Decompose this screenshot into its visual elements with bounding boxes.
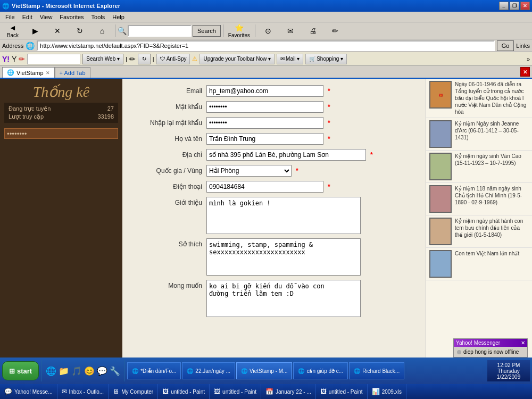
bottom-app-icon-3: 🖥 <box>113 388 119 395</box>
menu-tools[interactable]: Tools <box>88 13 109 21</box>
chat-quick-icon[interactable]: 💬 <box>97 366 107 376</box>
taskbar-bottom-app-4[interactable]: 🖼 untitled - Paint <box>158 384 210 399</box>
title-bar: 🌐 VietStamp - Microsoft Internet Explore… <box>0 0 532 12</box>
stamp-item-4[interactable]: Kỷ niệm 118 năm ngày sinh Chủ tịch Hồ Ch… <box>426 183 532 215</box>
mail-button[interactable]: ✉ <box>280 23 301 38</box>
phone-input[interactable] <box>206 181 323 193</box>
menu-file[interactable]: File <box>2 13 18 21</box>
bottom-app-icon-5: 🖼 <box>214 388 220 395</box>
sidebar-password-input[interactable] <box>4 128 118 139</box>
visits-label: Lượt truy cập <box>9 113 44 120</box>
menu-favorites[interactable]: Favorites <box>56 13 87 21</box>
links-button[interactable]: Links <box>516 43 530 49</box>
add-tab-button[interactable]: + Add Tab <box>55 67 90 78</box>
taskbar-bottom-app-5[interactable]: 🖼 untitled - Paint <box>210 384 261 399</box>
antispyware-button[interactable]: 🛡 Anti-Spy <box>156 54 190 64</box>
taskbar-bottom-app-8[interactable]: 📊 2009.xls <box>368 384 406 399</box>
search-input[interactable] <box>128 25 192 37</box>
go-button[interactable]: Go <box>497 40 514 51</box>
yahoo-search-button[interactable]: Search Web ▾ <box>82 54 123 64</box>
stamp-item-2[interactable]: Kỷ niệm Ngày sinh Jeanne d'Arc (06-01-14… <box>426 118 532 151</box>
taskbar-app-5[interactable]: 🌐 Richard Black... <box>349 362 404 379</box>
fullname-input[interactable] <box>206 133 323 145</box>
address-input[interactable] <box>206 149 366 161</box>
toolbar-separator-2 <box>223 24 223 37</box>
ie-quick-icon[interactable]: 🌐 <box>46 366 56 376</box>
tab-vietstamp[interactable]: 🌐 VietStamp ✕ <box>2 67 55 78</box>
messenger-title-bar: Yahoo! Messenger ✕ <box>454 339 527 347</box>
tab-label: VietStamp <box>16 70 44 76</box>
region-select[interactable]: Hải Phòng <box>206 165 292 177</box>
yahoo-more-icon[interactable]: » <box>527 56 530 62</box>
refresh-button[interactable]: ↻ <box>69 23 90 38</box>
history-icon: ⊙ <box>265 27 271 35</box>
taskbar-app-1[interactable]: 🌐 *Diễn đàn/Fo... <box>127 362 181 379</box>
minimize-button[interactable]: _ <box>499 2 509 10</box>
fullname-label: Họ và tên <box>133 135 202 143</box>
email-input[interactable] <box>206 85 323 97</box>
stop-button[interactable]: ✕ <box>47 23 68 38</box>
taskbar-bottom-app-6[interactable]: 📅 January 22 - ... <box>261 384 316 399</box>
yahoo-edit-icon[interactable]: ✏ <box>19 55 25 63</box>
shopping-button[interactable]: 🛒 Shopping ▾ <box>305 54 347 64</box>
main-content: Thống kê Đang trực tuyến 27 Lượt truy cậ… <box>0 79 532 377</box>
mail-toolbar-button[interactable]: ✉ Mail ▾ <box>277 54 303 64</box>
stamp-item-1[interactable]: 🇻🇳 Ngày 06-01-1946 đã diễn ra Tổng tuyển… <box>426 79 532 118</box>
close-all-tabs-button[interactable]: ✕ <box>520 67 530 77</box>
phone-row: Điện thoại * <box>133 181 415 193</box>
yahoo-search-input[interactable] <box>27 54 80 64</box>
yahoo-y-icon[interactable]: Y <box>12 55 16 63</box>
password-input[interactable] <box>206 101 323 113</box>
taskbar-app-2[interactable]: 🌐 22.Jan/ngày ... <box>182 362 235 379</box>
messenger-body: diep hong is now offline <box>454 347 527 357</box>
taskbar-running-apps: 🌐 *Diễn đàn/Fo... 🌐 22.Jan/ngày ... 🌐 Vi… <box>127 362 486 379</box>
wish-label: Mong muốn <box>133 280 202 289</box>
taskbar-wrapper: ⊞ start 🌐 📁 🎵 😊 💬 🔧 🌐 *Diễn đàn/Fo... <box>0 358 532 399</box>
magnify-icon: 🔍 <box>118 27 127 35</box>
taskbar-bottom-app-2[interactable]: ✉ Inbox - Outlo... <box>57 384 109 399</box>
confirm-input[interactable] <box>206 117 323 129</box>
restore-button[interactable]: ❐ <box>510 2 519 10</box>
edit-button[interactable]: ✏ <box>325 23 346 38</box>
smiley-quick-icon[interactable]: 😊 <box>84 366 95 376</box>
email-label: Email <box>133 87 202 95</box>
folder-quick-icon[interactable]: 📁 <box>59 366 69 376</box>
star-icon: ⭐ <box>235 23 244 32</box>
refresh-icon: ↻ <box>77 27 83 35</box>
menu-view[interactable]: View <box>37 13 56 21</box>
menu-help[interactable]: Help <box>109 13 128 21</box>
hobbies-textarea[interactable]: swimming, stamp, spamming & sexxxxxxxxxx… <box>206 238 361 276</box>
forward-button[interactable]: ▶ <box>24 23 46 38</box>
taskbar-app-4[interactable]: 🌐 cần giúp đỡ c... <box>293 362 348 379</box>
taskbar-bottom-app-3[interactable]: 🖥 My Computer <box>109 384 158 399</box>
stamp-item-3[interactable]: Kỷ niệm ngày sinh Văn Cao (15-11-1923 – … <box>426 151 532 183</box>
home-button[interactable]: ⌂ <box>92 23 113 38</box>
upgrade-button[interactable]: Upgrade your Toolbar Now ▾ <box>200 54 275 64</box>
intro-textarea[interactable]: mình là gokien ! <box>206 197 361 234</box>
wish-textarea[interactable]: ko ai bi gỡ kiến du dỗ vào con đường tri… <box>206 280 361 317</box>
history-button[interactable]: ⊙ <box>257 23 279 38</box>
print-icon: 🖨 <box>309 27 317 35</box>
taskbar-bottom-app-7[interactable]: 🖼 untitled - Paint <box>316 384 368 399</box>
region-required: * <box>296 167 298 174</box>
extra-quick-icon[interactable]: 🔧 <box>110 366 120 376</box>
tab-close-button[interactable]: ✕ <box>46 70 50 76</box>
print-button[interactable]: 🖨 <box>302 23 323 38</box>
favorites-button[interactable]: ⭐ Favorites <box>226 23 253 38</box>
close-button[interactable]: ✕ <box>520 2 530 10</box>
taskbar-app-3[interactable]: 🌐 VietStamp - M... <box>236 362 293 379</box>
messenger-title-text: Yahoo! Messenger <box>456 340 500 346</box>
yahoo-separator: | <box>126 56 127 62</box>
search-button[interactable]: Search <box>193 25 221 37</box>
media-quick-icon[interactable]: 🎵 <box>71 366 82 376</box>
back-button[interactable]: ◄ Back <box>2 23 23 38</box>
stamp-item-6[interactable]: Con tem Việt Nam lớn nhất <box>426 248 532 280</box>
taskbar-bottom-app-1[interactable]: 💬 Yahoo! Messe... <box>0 384 57 399</box>
address-input[interactable] <box>37 40 494 51</box>
yahoo-refresh-button[interactable]: ↻ <box>138 54 151 64</box>
start-button[interactable]: ⊞ start <box>2 361 39 380</box>
password-label: Mật khẩu <box>133 103 202 111</box>
messenger-close-button[interactable]: ✕ <box>521 340 525 346</box>
menu-edit[interactable]: Edit <box>19 13 36 21</box>
stamp-item-5[interactable]: Kỷ niệm ngày phát hành con tem bưu chính… <box>426 215 532 248</box>
